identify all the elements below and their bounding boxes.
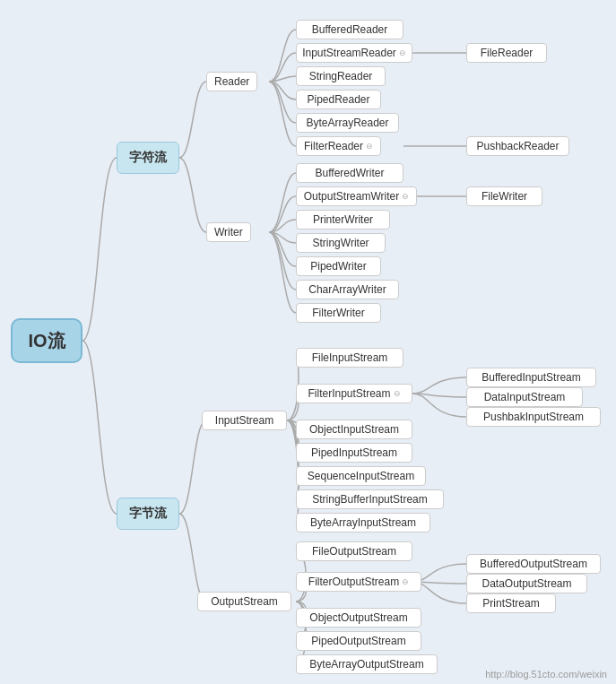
filteroutputstream-label: FilterOutputStream: [308, 576, 399, 588]
dataoutputstream-label: DataOutputStream: [482, 577, 571, 590]
root-label: IO流: [28, 329, 65, 353]
filterreader-label: FilterReader: [304, 140, 363, 152]
bufferedwriter-label: BufferedWriter: [316, 167, 385, 179]
stringbufferinputstream-node: StringBufferInputStream: [296, 489, 444, 509]
filereader-node: FileReader: [466, 43, 547, 63]
objectinputstream-node: ObjectInputStream: [296, 420, 412, 439]
filterreader-node: FilterReader ⊖: [296, 136, 381, 156]
objectinputstream-label: ObjectInputStream: [309, 423, 399, 436]
pipedwriter-label: PipedWriter: [310, 260, 366, 273]
pipedreader-label: PipedReader: [307, 93, 369, 106]
inputstream-label: InputStream: [215, 414, 273, 427]
filterwriter-label: FilterWriter: [312, 307, 364, 319]
bufferedreader-label: BufferedReader: [312, 23, 388, 36]
bytearrayoutputstream-label: ByteArrayOutputStream: [309, 658, 423, 671]
stringreader-label: StringReader: [309, 70, 373, 82]
outputstreamwriter-node: OutputStreamWriter ⊖: [296, 186, 417, 206]
fileinputstream-node: FileInputStream: [296, 348, 403, 368]
objectoutputstream-node: ObjectOutputStream: [296, 608, 421, 628]
stringwriter-node: StringWriter: [296, 233, 386, 253]
filewriter-label: FileWriter: [482, 190, 527, 203]
datainputstream-node: DataInputStream: [466, 387, 583, 407]
stringwriter-label: StringWriter: [312, 237, 369, 249]
chararraywriter-label: CharArrayWriter: [308, 283, 386, 296]
bytearrayreader-label: ByteArrayReader: [306, 117, 388, 129]
printerwriter-node: PrinterWriter: [296, 210, 390, 229]
inputstreamreader-label: InputStreamReader: [302, 47, 396, 59]
inputstream-node: InputStream: [202, 411, 287, 430]
sequenceinputstream-node: SequenceInputStream: [296, 466, 426, 486]
printstream-label: PrintStream: [482, 597, 539, 610]
mind-map: IO流 字符流 字节流 Reader Writer InputStream Ou…: [0, 0, 616, 684]
pushbackreader-label: PushbackReader: [476, 140, 559, 152]
charstream-node: 字符流: [117, 142, 179, 174]
reader-node: Reader: [206, 72, 257, 91]
filterinputstream-label: FilterInputStream: [308, 387, 390, 400]
printstream-node: PrintStream: [466, 593, 556, 613]
bytearrayoutputstream-node: ByteArrayOutputStream: [296, 654, 438, 674]
pipedreader-node: PipedReader: [296, 90, 381, 109]
filereader-label: FileReader: [481, 47, 534, 59]
inputstreamreader-node: InputStreamReader ⊖: [296, 43, 412, 63]
root-node: IO流: [11, 318, 82, 363]
bufferedoutputstream-node: BufferedOutputStream: [466, 554, 601, 574]
pushbackreader-node: PushbackReader: [466, 136, 569, 156]
printerwriter-label: PrinterWriter: [313, 213, 373, 226]
pipedoutputstream-label: PipedOutputStream: [311, 635, 405, 647]
datainputstream-label: DataInputStream: [484, 391, 566, 403]
filterinputstream-node: FilterInputStream ⊖: [296, 384, 412, 403]
bytearrayinputstream-label: ByteArrayInputStream: [310, 516, 416, 529]
writer-label: Writer: [214, 226, 243, 238]
bytestream-node: 字节流: [117, 498, 179, 530]
bytestream-label: 字节流: [129, 506, 167, 522]
charstream-label: 字符流: [129, 150, 167, 166]
pipedwriter-node: PipedWriter: [296, 256, 381, 276]
objectoutputstream-label: ObjectOutputStream: [309, 611, 407, 624]
filterwriter-node: FilterWriter: [296, 303, 381, 323]
outputstream-node: OutputStream: [197, 592, 291, 611]
outputstreamwriter-label: OutputStreamWriter: [304, 190, 399, 203]
fileoutputstream-node: FileOutputStream: [296, 541, 412, 561]
stringbufferinputstream-label: StringBufferInputStream: [312, 493, 428, 506]
sequenceinputstream-label: SequenceInputStream: [308, 470, 414, 482]
filteroutputstream-node: FilterOutputStream ⊖: [296, 572, 421, 592]
bytearrayinputstream-node: ByteArrayInputStream: [296, 513, 430, 532]
fileinputstream-label: FileInputStream: [312, 351, 388, 364]
watermark: http://blog.51cto.com/weixin: [485, 669, 607, 680]
watermark-text: http://blog.51cto.com/weixin: [485, 669, 607, 680]
fileoutputstream-label: FileOutputStream: [312, 545, 396, 558]
chararraywriter-node: CharArrayWriter: [296, 280, 399, 299]
reader-label: Reader: [214, 75, 249, 88]
pipedinputstream-label: PipedInputStream: [311, 446, 397, 459]
writer-node: Writer: [206, 222, 251, 242]
filewriter-node: FileWriter: [466, 186, 542, 206]
bufferedinputstream-label: BufferedInputStream: [482, 371, 581, 384]
bufferedinputstream-node: BufferedInputStream: [466, 368, 596, 387]
bytearrayreader-node: ByteArrayReader: [296, 113, 399, 133]
pushbakinputstream-label: PushbakInputStream: [483, 411, 584, 423]
outputstream-label: OutputStream: [211, 595, 278, 608]
pipedoutputstream-node: PipedOutputStream: [296, 631, 421, 651]
bufferedreader-node: BufferedReader: [296, 20, 403, 39]
bufferedoutputstream-label: BufferedOutputStream: [480, 558, 587, 570]
dataoutputstream-node: DataOutputStream: [466, 574, 587, 593]
bufferedwriter-node: BufferedWriter: [296, 163, 403, 183]
pushbakinputstream-node: PushbakInputStream: [466, 407, 601, 427]
stringreader-node: StringReader: [296, 66, 386, 86]
pipedinputstream-node: PipedInputStream: [296, 443, 412, 463]
